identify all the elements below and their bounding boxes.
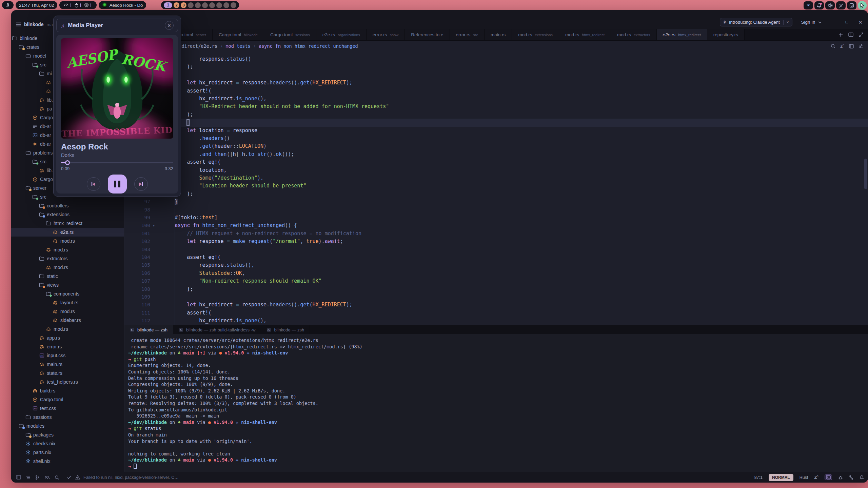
project-panel-toggle-icon[interactable]: [16, 475, 21, 480]
code-line-101[interactable]: 101 // HTMX request + non-redirect respo…: [124, 230, 868, 238]
code-line-87[interactable]: 87: [124, 119, 868, 126]
tree-item-static[interactable]: static: [11, 272, 124, 281]
search-icon[interactable]: [55, 475, 59, 480]
media-player-titlebar[interactable]: ♫ Media Player ✕: [56, 19, 178, 32]
buffer-search-icon[interactable]: [831, 44, 835, 48]
tree-item-mod.rs[interactable]: mod.rs: [11, 307, 124, 316]
workspace-empty[interactable]: [209, 2, 215, 8]
tree-item-state.rs[interactable]: state.rs: [11, 369, 124, 378]
tree-item-error.rs[interactable]: error.rs: [11, 342, 124, 351]
code-line-107[interactable]: 107 "Non-redirect response should remain…: [124, 277, 868, 285]
pause-button[interactable]: [108, 175, 127, 194]
tree-item-extractors[interactable]: extractors: [11, 254, 124, 263]
tree-item-layout.rs[interactable]: layout.rs: [11, 298, 124, 307]
terminal[interactable]: create mode 100644 crates/server/src/ext…: [124, 334, 868, 472]
code-line-81[interactable]: 81: [124, 71, 868, 79]
code-line-111[interactable]: 111 assert!(: [124, 309, 868, 317]
status-avatar[interactable]: [858, 1, 867, 10]
code-line-80[interactable]: 80 );: [124, 63, 868, 71]
tray-app-button[interactable]: [847, 1, 856, 9]
tree-item-build.rs[interactable]: build.rs: [11, 386, 124, 395]
code-line-102[interactable]: 102 let response = make_request("/normal…: [124, 238, 868, 245]
breadcrumb-bar[interactable]: /extensions/htmx_redirect/e2e.rs › mod t…: [124, 41, 868, 52]
edit-prediction-icon[interactable]: Z^: [814, 475, 818, 480]
tab-e2e.rs[interactable]: e2e.rshtmx_redirect: [657, 29, 707, 40]
git-status-icon[interactable]: [849, 475, 853, 480]
tree-item-components[interactable]: components: [11, 289, 124, 298]
git-panel-icon[interactable]: [35, 475, 40, 480]
next-track-button[interactable]: [134, 177, 148, 191]
tree-item-sessions[interactable]: sessions: [11, 413, 124, 422]
workspace-3[interactable]: 3: [181, 2, 186, 8]
tab-Cargo.toml[interactable]: Cargo.tomlblinkode: [213, 29, 264, 40]
tree-item-Cargo.toml[interactable]: Cargo.toml: [11, 395, 124, 404]
code-line-92[interactable]: 92 assert_eq!(: [124, 158, 868, 166]
media-player-close-button[interactable]: ✕: [165, 21, 174, 30]
tree-item-extensions[interactable]: extensions: [11, 210, 124, 219]
code-line-95[interactable]: 95 "Location header should be present": [124, 182, 868, 190]
code-line-103[interactable]: 103: [124, 246, 868, 253]
language-selector[interactable]: Rust: [800, 475, 808, 480]
tree-item-views[interactable]: views: [11, 281, 124, 289]
tab-error.rs[interactable]: error.rssrc: [450, 29, 485, 40]
code-line-100[interactable]: 100▸ async fn htmx_non_redirect_unchange…: [124, 222, 868, 229]
tree-item-sidebar.rs[interactable]: sidebar.rs: [11, 316, 124, 325]
code-line-112[interactable]: 112 hx_redirect.is_none(),: [124, 317, 868, 325]
seek-thumb[interactable]: [65, 160, 70, 165]
tree-item-input.css[interactable]: cssinput.css: [11, 351, 124, 360]
promo-close-button[interactable]: ×: [783, 20, 792, 25]
collab-panel-icon[interactable]: [44, 475, 50, 480]
tab-error.rs[interactable]: error.rsshow: [367, 29, 405, 40]
network-off-button[interactable]: [836, 1, 846, 9]
terminal-tab[interactable]: blinkode — zsh build-tailwindcss -w: [173, 325, 261, 334]
fold-arrow-icon[interactable]: ▸: [153, 222, 155, 229]
clock-widget[interactable]: 21:47 Thu, Apr 02: [16, 1, 57, 9]
debugger-icon[interactable]: [838, 475, 843, 480]
tree-item-controllers[interactable]: controllers: [11, 201, 124, 210]
tree-item-test.css[interactable]: csstest.css: [11, 404, 124, 413]
tree-item-mod.rs[interactable]: mod.rs: [11, 237, 124, 245]
minimize-button[interactable]: —: [830, 19, 835, 25]
code-line-96[interactable]: 96 );: [124, 190, 868, 198]
close-button[interactable]: ✕: [858, 19, 863, 25]
code-line-99[interactable]: 99 #[tokio::test]: [124, 214, 868, 222]
tab-References-to-e[interactable]: References to e: [405, 29, 450, 40]
tree-item-packages[interactable]: packages: [11, 430, 124, 439]
inline-assist-icon[interactable]: Z^: [840, 44, 844, 49]
workspace-empty[interactable]: [223, 2, 229, 8]
code-line-85[interactable]: 85 "HX-Redirect header should not be add…: [124, 103, 868, 110]
terminal-panel-toggle-icon[interactable]: [825, 474, 832, 480]
maximize-button[interactable]: □: [846, 19, 848, 25]
code-editor[interactable]: 79 response.status()80 );8182 let hx_red…: [124, 52, 868, 325]
editor-settings-icon[interactable]: [859, 44, 863, 48]
terminal-tab[interactable]: blinkode — zsh: [124, 325, 173, 334]
code-line-109[interactable]: 109: [124, 293, 868, 301]
seek-bar[interactable]: [61, 162, 173, 163]
bell-icon[interactable]: [860, 475, 864, 480]
workspace-1-active[interactable]: 1: [164, 2, 172, 8]
system-monitor-widget[interactable]: [59, 1, 97, 9]
project-name[interactable]: blinkode: [24, 22, 44, 27]
code-line-90[interactable]: 90 .get(header::LOCATION): [124, 142, 868, 150]
code-line-105[interactable]: 105 response.status(),: [124, 261, 868, 269]
diagnostics-check-icon[interactable]: [67, 475, 71, 479]
workspace-empty[interactable]: [195, 2, 201, 8]
terminal-tab[interactable]: blinkode — zsh: [261, 325, 310, 334]
workspace-2[interactable]: 2: [174, 2, 179, 8]
tree-item-e2e.rs[interactable]: e2e.rs: [11, 228, 124, 237]
status-message[interactable]: Failed to run nil, nixd, package-version…: [83, 475, 179, 480]
code-line-91[interactable]: 91 .and_then(|h| h.to_str().ok());: [124, 150, 868, 158]
tab-mod.rs[interactable]: mod.rsextensions: [512, 29, 559, 40]
media-player-window[interactable]: ♫ Media Player ✕: [53, 16, 181, 197]
tab-Cargo.toml[interactable]: Cargo.tomlsessions: [264, 29, 316, 40]
tree-item-test_helpers.rs[interactable]: test_helpers.rs: [11, 378, 124, 386]
tree-item-modules[interactable]: modules: [11, 422, 124, 430]
tree-item-app.rs[interactable]: app.rs: [11, 333, 124, 342]
code-line-93[interactable]: 93 location,: [124, 166, 868, 174]
code-line-84[interactable]: 84 hx_redirect.is_none(),: [124, 95, 868, 103]
workspace-empty[interactable]: [216, 2, 222, 8]
workspace-empty[interactable]: [202, 2, 208, 8]
code-line-94[interactable]: 94 Some("/destination"),: [124, 174, 868, 182]
split-pane-button[interactable]: [848, 33, 853, 37]
sign-in-button[interactable]: Sign In: [801, 20, 822, 25]
